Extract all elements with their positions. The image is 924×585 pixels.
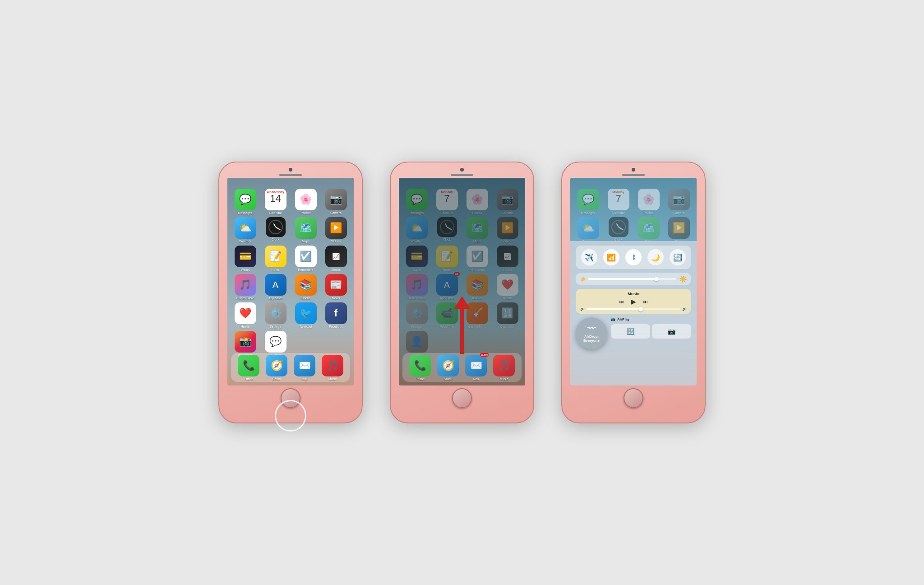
phone-top-1 [219,162,362,176]
app-ibooks-1[interactable]: 📚 iBooks [291,274,320,300]
app-wallet-1[interactable]: 💳 Wallet [231,246,259,271]
volume-slider[interactable] [587,308,680,310]
home-button-1[interactable] [281,388,300,408]
cc-bottom-row: 〰 AirDrop: Everyone 📺 AirPlay 🔢 📷 [576,317,691,349]
volume-low-icon: 🔈 [580,307,585,311]
app-messages-1[interactable]: 💬 Messages [231,189,259,214]
speaker-2 [451,174,473,176]
cc-next-button[interactable]: ⏭ [643,299,648,304]
dock-mail-1[interactable]: ✉️ Mail [294,355,315,381]
badge-mail-2: 20,680 [480,353,489,357]
cc-donotdisturb-toggle[interactable]: 🌙 [647,249,664,265]
screen-2: ROGERS ▲ 11:10 23% 💬 Messages Monday 7 [399,178,525,385]
cc-airdrop-button[interactable]: 〰 AirDrop: Everyone [576,317,607,349]
front-camera-3 [632,168,635,172]
app-grid-1: 💬 Messages Wednesday 14 Calendar 🌸 Photo… [227,186,354,359]
speaker-1 [279,174,302,176]
camera-shortcut-button[interactable]: 📷 [652,324,691,339]
dock-music-2[interactable]: 🎵 Music [493,355,515,381]
airplay-icon: 📺 [611,317,615,321]
cc-music-title: Music [580,292,687,296]
dock-phone-1[interactable]: 📞 Phone [238,355,259,381]
app-videos-1[interactable]: ▶️ Videos [322,217,350,243]
app-health-1[interactable]: ❤️ Health [231,302,259,328]
app-weather-1[interactable]: ⛅ Weather [231,217,259,243]
home-button-2[interactable] [452,388,472,408]
cc-bluetooth-toggle[interactable] [625,249,642,265]
cc-right-section: 📺 AirPlay 🔢 📷 [611,317,691,349]
app-reminders-1[interactable]: ☑️ Reminders [291,246,320,271]
phone-2: ROGERS ▲ 11:10 23% 💬 Messages Monday 7 [390,162,534,423]
screen-1: ROGERS ▲ 8:28 AM ✦ 100% 💬 Messages Wedne… [227,178,354,385]
swipe-up-arrow [454,297,470,354]
dock-music-1[interactable]: 🎵 Music [322,355,343,381]
phone-1: ROGERS ▲ 8:28 AM ✦ 100% 💬 Messages Wedne… [218,162,363,423]
control-center: ✈️ 📶 🌙 🔄 ☀️ ☀️ Music [570,241,697,385]
cc-music-controls: ⏮ ▶ ⏭ [580,298,687,305]
dock-mail-2[interactable]: ✉️ 20,680 Mail [465,355,487,381]
app-grid-3: 💬 Messages Monday 7 Calendar 🌸 Photos 📷 … [570,186,697,246]
phone-top-2 [391,162,533,176]
cc-volume-row: 🔈 🔊 [580,307,687,311]
app-photos-1[interactable]: 🌸 Photos [291,189,320,214]
app-camera-1[interactable]: 📷 Camera [322,189,350,214]
speaker-3 [622,174,645,176]
dock-2: 📞 Phone 🧭 Safari ✉️ 20,680 Mail 🎵 Music [402,353,522,382]
airdrop-label: AirDrop: Everyone [583,334,600,343]
front-camera-1 [289,168,292,172]
app-notes-1[interactable]: 📝 Notes [261,246,290,271]
cc-rotation-toggle[interactable]: 🔄 [670,249,686,265]
brightness-low-icon: ☀️ [580,277,586,282]
app-maps-1[interactable]: 🗺️ Maps [291,217,320,243]
front-camera-2 [460,168,464,172]
app-settings-1[interactable]: ⚙️ Settings [261,302,290,328]
volume-high-icon: 🔊 [682,307,687,311]
brightness-high-icon: ☀️ [679,275,687,283]
dock-safari-1[interactable]: 🧭 Safari [266,355,287,381]
app-clock-1[interactable]: Clock [261,217,290,243]
cc-airplane-toggle[interactable]: ✈️ [581,249,597,265]
airdrop-icon: 〰 [587,324,596,334]
cc-brightness-row: ☀️ ☀️ [576,273,691,285]
cc-toggles: ✈️ 📶 🌙 🔄 [576,246,691,269]
cc-prev-button[interactable]: ⏮ [619,299,624,304]
cc-wifi-toggle[interactable]: 📶 [603,249,619,265]
cc-play-button[interactable]: ▶ [631,298,636,305]
phone-top-3 [562,162,705,176]
app-calendar-1[interactable]: Wednesday 14 Calendar [261,189,290,214]
home-button-3[interactable] [624,388,643,408]
calculator-button[interactable]: 🔢 [611,324,650,339]
dock-safari-2[interactable]: 🧭 Safari [437,355,459,381]
app-news-1[interactable]: 📰 News [322,274,350,300]
app-facebook-1[interactable]: f Facebook [322,302,350,328]
app-tweetbot-1[interactable]: 🐦 Tweetbot [291,302,320,328]
airplay-label: AirPlay [617,317,630,321]
phone-3: ROGERS ▲ 11:16 21% 💬 Messages Monday 7 [561,162,706,423]
app-appstore-1[interactable]: A App Store [261,274,290,300]
app-stocks-1[interactable]: 📈 Stocks [322,246,350,271]
screen-3: ROGERS ▲ 11:16 21% 💬 Messages Monday 7 [570,178,697,385]
cc-music-box: Music ⏮ ▶ ⏭ 🔈 🔊 [576,289,691,314]
cc-media-buttons: 🔢 📷 [611,324,691,339]
cc-airplay-row: 📺 AirPlay [611,317,691,321]
dock-phone-2[interactable]: 📞 Phone [409,355,431,381]
app-itunes-1[interactable]: 🎵 iTunes Store [231,274,259,300]
brightness-slider[interactable] [588,278,676,280]
dock-1: 📞 Phone 🧭 Safari ✉️ Mail 🎵 Music [231,353,350,382]
